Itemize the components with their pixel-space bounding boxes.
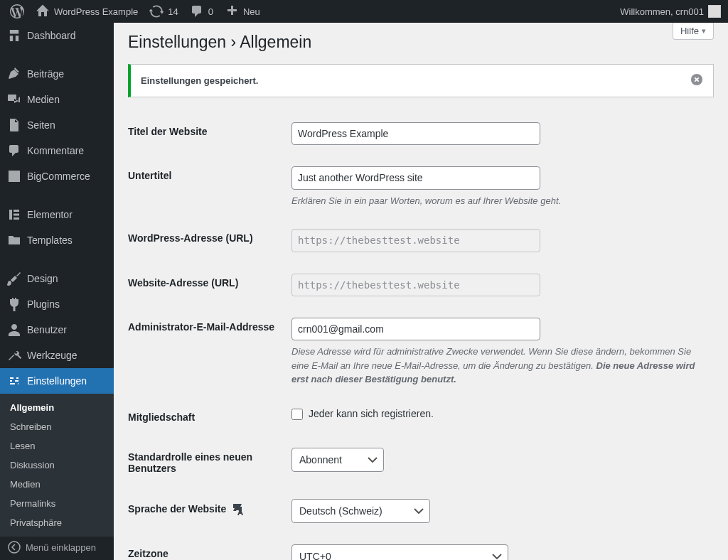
sidebar-item-posts[interactable]: Beiträge <box>0 61 114 87</box>
membership-label: Mitgliedschaft <box>128 397 284 437</box>
wpurl-input <box>291 229 540 252</box>
admin-email-description: Diese Adresse wird für administrative Zw… <box>291 345 707 387</box>
svg-point-0 <box>9 542 20 553</box>
sidebar-item-media[interactable]: Medien <box>0 87 114 112</box>
tagline-input[interactable] <box>291 166 540 189</box>
submenu-permalinks[interactable]: Permalinks <box>0 494 114 513</box>
submenu-general[interactable]: Allgemein <box>0 398 114 417</box>
admin-email-input[interactable] <box>291 318 540 340</box>
settings-icon <box>7 374 21 388</box>
new-content-link[interactable]: Neu <box>219 0 266 23</box>
update-count: 14 <box>168 6 178 17</box>
plus-icon <box>225 4 239 18</box>
submenu-privacy[interactable]: Privatsphäre <box>0 513 114 532</box>
sidebar-item-plugins[interactable]: Plugins <box>0 291 114 317</box>
account-link[interactable]: Willkommen, crn001 <box>613 0 728 23</box>
user-icon <box>7 323 21 337</box>
dashboard-icon <box>7 28 21 43</box>
folder-icon <box>7 233 21 247</box>
translate-icon <box>232 502 246 517</box>
welcome-text: Willkommen, crn001 <box>620 6 704 17</box>
membership-checkbox-label[interactable]: Jeder kann sich registrieren. <box>291 408 434 419</box>
timezone-select[interactable]: UTC+0 <box>291 544 508 560</box>
success-notice: Einstellungen gespeichert. <box>128 64 714 97</box>
language-label: Sprache der Website <box>128 488 284 534</box>
updates-link[interactable]: 14 <box>144 0 183 23</box>
submenu-reading[interactable]: Lesen <box>0 436 114 456</box>
default-role-select[interactable]: Abonnent <box>291 448 384 472</box>
update-icon <box>149 4 164 18</box>
main-content: Hilfe Einstellungen › Allgemein Einstell… <box>114 23 728 560</box>
collapse-menu[interactable]: Menü einklappen <box>0 534 114 560</box>
submenu-writing[interactable]: Schreiben <box>0 417 114 436</box>
admin-email-label: Administrator-E-Mail-Addresse <box>128 307 284 397</box>
sidebar-item-comments[interactable]: Kommentare <box>0 138 114 163</box>
comments-link[interactable]: 0 <box>184 0 219 23</box>
comment-count: 0 <box>208 6 213 17</box>
default-role-label: Standardrolle eines neuen Benutzers <box>128 437 284 488</box>
settings-submenu: Allgemein Schreiben Lesen Diskussion Med… <box>0 394 114 537</box>
dismiss-notice-button[interactable] <box>690 73 703 88</box>
help-tab[interactable]: Hilfe <box>673 23 714 40</box>
wrench-icon <box>7 348 21 362</box>
sidebar-item-dashboard[interactable]: Dashboard <box>0 23 114 48</box>
pin-icon <box>7 67 21 81</box>
language-select[interactable]: Deutsch (Schweiz) <box>291 499 430 523</box>
comments-icon <box>7 144 21 158</box>
siteurl-label: Website-Adresse (URL) <box>128 263 284 307</box>
page-icon <box>7 118 21 132</box>
sidebar-item-elementor[interactable]: Elementor <box>0 202 114 227</box>
wordpress-icon <box>10 4 24 18</box>
wpurl-label: WordPress-Adresse (URL) <box>128 218 284 262</box>
site-title-input[interactable] <box>291 122 540 145</box>
sidebar-item-design[interactable]: Design <box>0 266 114 291</box>
media-icon <box>7 92 21 107</box>
site-title-label: Titel der Website <box>128 112 284 156</box>
submenu-discussion[interactable]: Diskussion <box>0 456 114 475</box>
admin-toolbar: WordPress Example 14 0 Neu Willkommen, c… <box>0 0 728 23</box>
sidebar-item-bigcommerce[interactable]: BigCommerce <box>0 163 114 189</box>
timezone-label: Zeitzone <box>128 534 284 560</box>
plugin-icon <box>7 297 21 311</box>
collapse-icon <box>7 540 21 554</box>
comment-icon <box>190 4 204 18</box>
new-label: Neu <box>243 6 260 17</box>
page-title: Einstellungen › Allgemein <box>128 23 714 60</box>
sidebar-item-templates[interactable]: Templates <box>0 227 114 253</box>
brush-icon <box>7 271 21 286</box>
admin-sidebar: Dashboard Beiträge Medien Seiten Komment… <box>0 23 114 560</box>
home-icon <box>36 4 50 18</box>
elementor-icon <box>7 208 21 222</box>
avatar <box>708 5 721 18</box>
sidebar-item-tools[interactable]: Werkzeuge <box>0 343 114 368</box>
tagline-description: Erklären Sie in ein paar Worten, worum e… <box>291 194 707 208</box>
bigcommerce-icon <box>7 169 21 183</box>
sidebar-item-users[interactable]: Benutzer <box>0 317 114 343</box>
sidebar-item-settings[interactable]: Einstellungen <box>0 368 114 394</box>
site-home-link[interactable]: WordPress Example <box>30 0 144 23</box>
tagline-label: Untertitel <box>128 156 284 218</box>
notice-message: Einstellungen gespeichert. <box>141 75 258 86</box>
siteurl-input <box>291 274 540 296</box>
submenu-media[interactable]: Medien <box>0 475 114 494</box>
site-title: WordPress Example <box>54 6 138 17</box>
membership-checkbox[interactable] <box>291 409 303 420</box>
close-icon <box>690 73 703 86</box>
sidebar-item-pages[interactable]: Seiten <box>0 112 114 138</box>
wp-logo[interactable] <box>4 0 30 23</box>
